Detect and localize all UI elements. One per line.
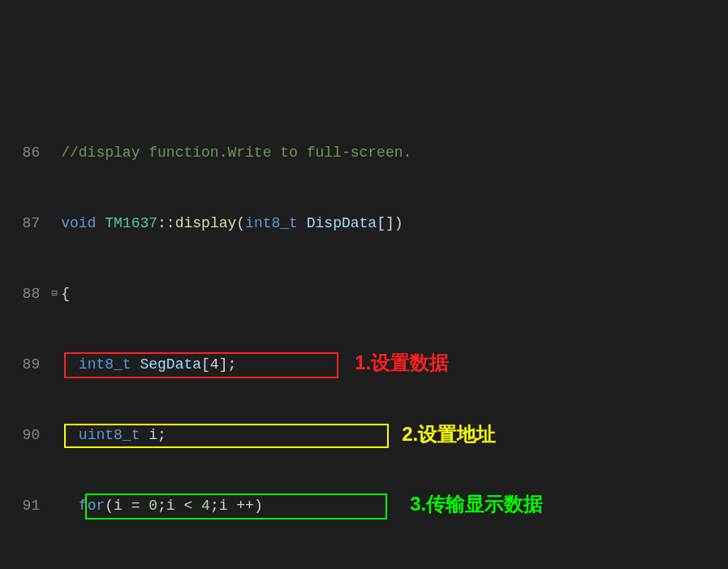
line-number: 91 (5, 494, 40, 518)
array-close: []) (377, 215, 403, 231)
param-name: DispData (298, 215, 377, 231)
number: 4 (201, 498, 210, 514)
lparen: ( (236, 215, 245, 231)
code-line[interactable]: { (61, 282, 728, 306)
line-number: 87 (5, 212, 40, 235)
function-name: display (175, 215, 237, 231)
var-name: i (140, 427, 157, 443)
line-number: 89 (5, 353, 40, 377)
space (96, 215, 105, 231)
type-name: int8_t (245, 215, 298, 231)
fold-marker[interactable]: ⊟ (48, 565, 61, 569)
fold-column[interactable]: ⊟ ⊟ ⊟ (48, 94, 61, 569)
class-name: TM1637 (105, 215, 157, 231)
array-decl: [4]; (201, 356, 236, 373)
fold-marker (48, 212, 61, 235)
line-number: 90 (5, 424, 40, 447)
line-number: 88 (5, 282, 40, 306)
comment-text: //display function.Write to full-screen. (61, 144, 411, 161)
code-line[interactable]: //display function.Write to full-screen. (61, 141, 728, 165)
type-name: int8_t (79, 356, 131, 373)
code-area[interactable]: //display function.Write to full-screen.… (61, 94, 728, 569)
semicolon: ; (157, 427, 166, 443)
fold-marker (48, 424, 61, 447)
line-number: 86 (5, 141, 40, 165)
number: 0 (149, 498, 157, 514)
code-line[interactable]: int8_t SegData[4]; (61, 353, 728, 377)
keyword-void: void (61, 215, 96, 231)
code-line[interactable]: void TM1637::display(int8_t DispData[]) (61, 212, 728, 235)
code-line[interactable]: { (61, 565, 728, 569)
for-inc: ;i ++) (210, 498, 263, 514)
for-cond: ;i < (157, 498, 201, 514)
line-number-gutter: 86 87 88 89 90 91 92 93 94 95 96 97 98 9… (0, 94, 48, 569)
scope-op: :: (157, 215, 175, 231)
for-head: (i = (105, 498, 149, 514)
keyword-for: for (79, 498, 105, 514)
fold-marker[interactable]: ⊟ (48, 282, 61, 306)
line-number: 92 (5, 565, 40, 569)
fold-marker (48, 353, 61, 377)
var-name: SegData (131, 356, 201, 373)
code-editor[interactable]: 86 87 88 89 90 91 92 93 94 95 96 97 98 9… (0, 94, 728, 569)
code-line[interactable]: for(i = 0;i < 4;i ++) (61, 494, 728, 518)
fold-marker (48, 141, 61, 165)
type-name: uint8_t (79, 427, 140, 443)
code-line[interactable]: uint8_t i; (61, 424, 728, 447)
fold-marker (48, 494, 61, 518)
brace-open: { (61, 286, 70, 302)
